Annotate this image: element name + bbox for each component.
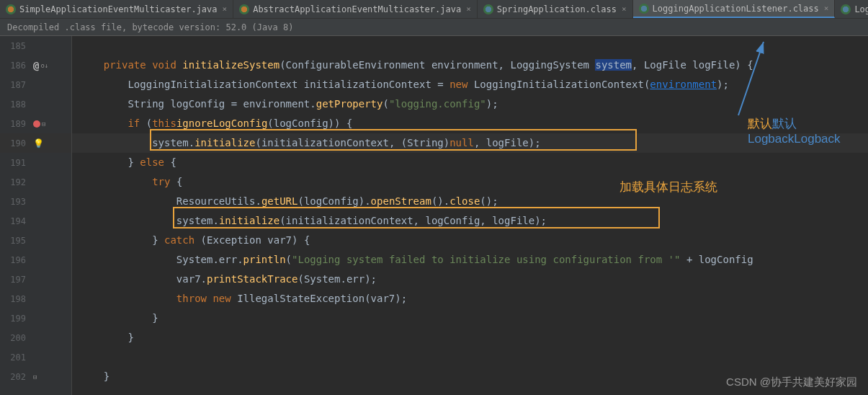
code-line: system.initialize(initializationContext,… [72, 211, 868, 231]
code-line: ResourceUtils.getURL(logConfig).openStre… [72, 192, 868, 211]
line-number: 199 [0, 314, 30, 324]
line-number: 187 [0, 80, 30, 90]
class-icon [841, 4, 851, 14]
line-number: 189 [0, 119, 30, 129]
editor-tabs: SimpleApplicationEventMulticaster.java ×… [0, 0, 868, 19]
override-icon[interactable]: o↓ [40, 62, 48, 69]
close-icon[interactable]: × [466, 4, 471, 14]
tab-label: LoggingApplicationListener.class [653, 4, 819, 14]
tab-spring-application[interactable]: SpringApplication.class × [478, 0, 633, 18]
class-icon [483, 4, 493, 14]
close-icon[interactable]: × [223, 4, 228, 14]
code-line: throw new IllegalStateException(var7); [72, 289, 868, 309]
code-line: } catch (Exception var7) { [72, 231, 868, 250]
class-icon [639, 4, 649, 14]
watermark: CSDN @协手共建美好家园 [726, 376, 857, 389]
line-number: 196 [0, 255, 30, 265]
code-area[interactable]: private void initializeSystem(Configurab… [72, 36, 868, 395]
collapse-icon[interactable]: ⊟ [33, 373, 37, 381]
tab-logback-system[interactable]: LogbackLoggingSystem.class × [835, 0, 868, 18]
tab-label: LogbackLoggingSystem.class [854, 4, 868, 14]
gutter: 185 186@o↓ 187 188 189⊟ 190💡 191 192 193… [0, 36, 72, 395]
code-line: private void initializeSystem(Configurab… [72, 56, 868, 75]
line-number: 190 [0, 138, 30, 148]
code-line: var7.printStackTrace(System.err); [72, 270, 868, 289]
collapse-icon[interactable]: ⊟ [42, 120, 45, 128]
java-icon [239, 4, 249, 14]
tab-label: SpringApplication.class [497, 4, 617, 14]
line-number: 201 [0, 352, 30, 363]
code-line: try { [72, 172, 868, 192]
annotation-load-system: 加载具体日志系统 [619, 179, 717, 195]
code-line: } else { [72, 153, 868, 172]
tab-logging-listener[interactable]: LoggingApplicationListener.class × [633, 0, 836, 18]
line-number: 193 [0, 197, 30, 207]
line-number: 200 [0, 333, 30, 343]
annotation-icon[interactable]: @ [33, 60, 39, 71]
line-number: 188 [0, 99, 30, 110]
code-line: } [72, 309, 868, 328]
line-number: 195 [0, 236, 30, 246]
tab-simple-multicaster[interactable]: SimpleApplicationEventMulticaster.java × [0, 0, 233, 18]
line-number: 202 [0, 372, 30, 382]
tab-label: SimpleApplicationEventMulticaster.java [19, 4, 218, 14]
line-number: 198 [0, 294, 30, 304]
close-icon[interactable]: × [824, 4, 829, 13]
breakpoint-icon[interactable] [33, 120, 40, 128]
banner-text: Decompiled .class file, bytecode version… [7, 22, 293, 32]
annotation-logback: 默认默认LogbackLogback [748, 115, 868, 146]
code-line: } [72, 328, 868, 347]
line-number: 186 [0, 61, 30, 71]
close-icon[interactable]: × [622, 4, 627, 14]
code-line: LoggingInitializationContext initializat… [72, 75, 868, 94]
tab-abstract-multicaster[interactable]: AbstractApplicationEventMulticaster.java… [233, 0, 478, 18]
line-number: 185 [0, 41, 30, 51]
code-line [72, 36, 868, 56]
line-number: 197 [0, 275, 30, 285]
bulb-icon[interactable]: 💡 [33, 138, 44, 148]
line-number: 194 [0, 216, 30, 226]
line-number: 192 [0, 177, 30, 187]
tab-label: AbstractApplicationEventMulticaster.java [253, 4, 461, 14]
code-line: System.err.println("Logging system faile… [72, 250, 868, 270]
code-line: String logConfig = environment.getProper… [72, 94, 868, 114]
line-number: 191 [0, 158, 30, 168]
java-icon [6, 4, 16, 14]
decompiled-banner: Decompiled .class file, bytecode version… [0, 19, 868, 36]
code-line [72, 347, 868, 367]
editor: 185 186@o↓ 187 188 189⊟ 190💡 191 192 193… [0, 36, 868, 395]
